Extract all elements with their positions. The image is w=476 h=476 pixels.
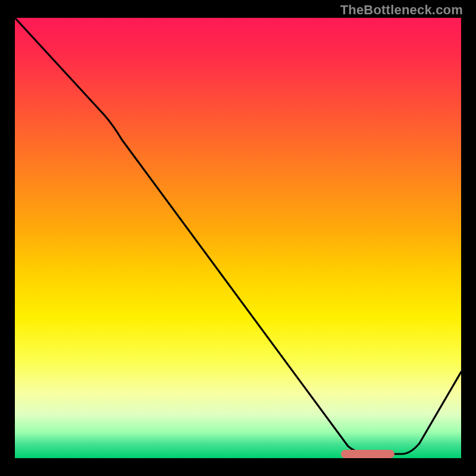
optimal-range-marker [341, 450, 394, 458]
chart-container: TheBottleneck.com [0, 0, 476, 476]
plot-gradient-background [15, 18, 461, 458]
watermark-text: TheBottleneck.com [340, 2, 463, 18]
